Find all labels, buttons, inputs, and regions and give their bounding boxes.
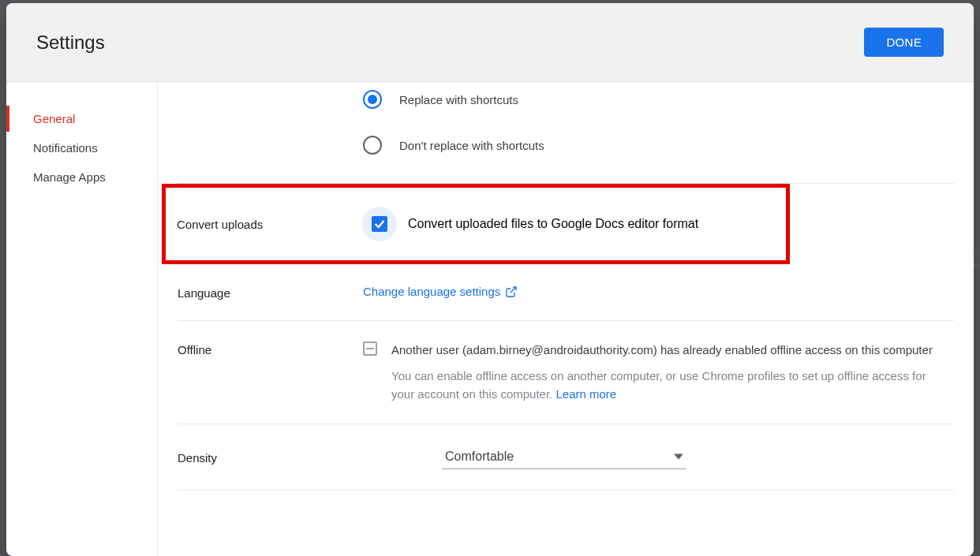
section-label: Density (178, 450, 363, 465)
sidebar: General Notifications Manage Apps (6, 82, 158, 556)
section-label: Convert uploads (177, 218, 362, 231)
radio-selected-icon (363, 90, 382, 109)
page-title: Settings (36, 32, 105, 54)
checkbox-checked-icon (372, 216, 387, 232)
convert-highlight-box: Convert uploads Convert uploaded files t… (162, 184, 790, 264)
dialog-body: General Notifications Manage Apps . Repl… (6, 82, 974, 556)
radio-option-dont-replace[interactable]: Don't replace with shortcuts (363, 136, 954, 155)
offline-section: Offline Another user (adam.birney@androi… (178, 321, 954, 424)
density-section: Density Comfortable (178, 424, 954, 491)
settings-content: . Replace with shortcuts Don't replace w… (158, 82, 974, 556)
section-body: Change language settings (363, 285, 954, 300)
section-body: Replace with shortcuts Don't replace wit… (363, 90, 954, 158)
chevron-down-icon (674, 452, 683, 461)
radio-unselected-icon (363, 136, 382, 155)
svg-line-0 (511, 287, 516, 293)
sidebar-item-notifications[interactable]: Notifications (6, 135, 157, 161)
sidebar-item-manage-apps[interactable]: Manage Apps (6, 164, 157, 190)
offline-sub-text: You can enable offline access on another… (391, 367, 946, 404)
section-body: Another user (adam.birney@androidauthori… (363, 341, 954, 403)
density-select[interactable]: Comfortable (442, 445, 686, 469)
language-section: Language Change language settings (178, 264, 954, 321)
learn-more-link[interactable]: Learn more (555, 385, 616, 403)
link-text: Change language settings (363, 285, 500, 298)
convert-text: Convert uploaded files to Google Docs ed… (408, 217, 698, 231)
radio-label: Don't replace with shortcuts (399, 139, 544, 152)
change-language-link[interactable]: Change language settings (363, 285, 518, 298)
dialog-header: Settings DONE (6, 3, 974, 82)
section-label: Offline (178, 341, 363, 403)
offline-main-text: Another user (adam.birney@androidauthori… (391, 341, 946, 359)
background-hint: 's in (973, 243, 980, 273)
radio-label: Replace with shortcuts (399, 93, 518, 106)
section-label: Language (178, 285, 363, 300)
done-button[interactable]: DONE (864, 28, 944, 57)
sidebar-item-general[interactable]: General (6, 106, 157, 132)
density-value: Comfortable (445, 450, 514, 464)
checkbox-wrapper[interactable] (362, 207, 397, 241)
radio-option-replace[interactable]: Replace with shortcuts (363, 90, 954, 109)
convert-section: Convert uploads Convert uploaded files t… (177, 207, 775, 241)
checkbox-indeterminate-icon (363, 341, 377, 356)
external-link-icon (505, 285, 518, 298)
shortcuts-section: . Replace with shortcuts Don't replace w… (178, 82, 954, 184)
settings-dialog: Settings DONE General Notifications Mana… (6, 3, 974, 556)
